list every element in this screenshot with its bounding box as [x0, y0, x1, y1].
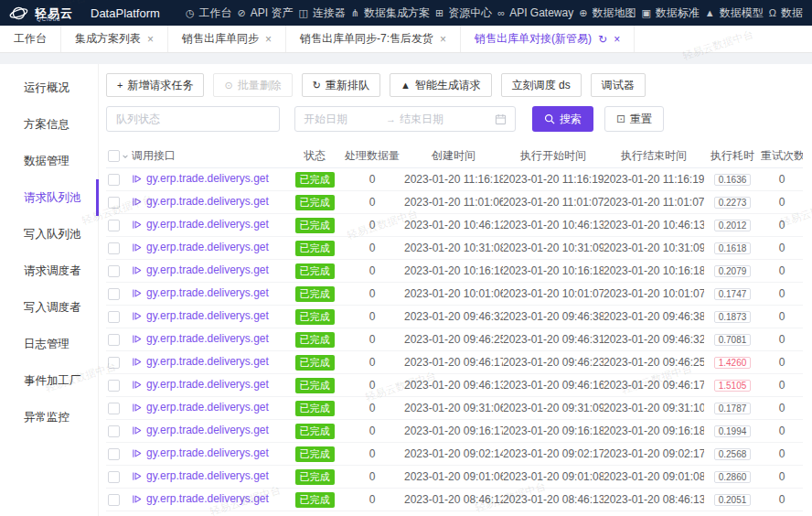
topnav-item-data-map[interactable]: ⊕数据地图: [579, 5, 636, 21]
sidebar-item-label: 运行概况: [24, 81, 69, 96]
table-row: gy.erp.trade.deliverys.get 已完成 0 2023-01…: [106, 351, 803, 374]
topnav-item-connector[interactable]: ◫连接器: [298, 5, 345, 21]
api-call-link[interactable]: gy.erp.trade.deliverys.get: [132, 469, 269, 482]
retry-count: 0: [761, 310, 803, 323]
topnav-item-gateway-link[interactable]: ∞API Gateway: [497, 6, 573, 19]
duration-tag: 0.1787: [714, 403, 752, 414]
topnav-item-label: 数据地图: [592, 5, 636, 21]
table-row: gy.erp.trade.deliverys.get 已完成 0 2023-01…: [106, 306, 803, 328]
row-checkbox[interactable]: [108, 265, 120, 277]
sidebar-item[interactable]: 请求调度者: [0, 253, 99, 289]
row-checkbox[interactable]: [108, 197, 120, 209]
api-call-link[interactable]: gy.erp.trade.deliverys.get: [132, 286, 269, 299]
button-label: 重新排队: [326, 78, 369, 93]
sidebar-item-label: 日志管理: [24, 337, 69, 352]
debugger-button[interactable]: 调试器: [591, 73, 646, 97]
add-request-task-button[interactable]: +新增请求任务: [106, 73, 204, 97]
batch-delete-button[interactable]: ⊙批量删除: [213, 73, 292, 97]
close-icon[interactable]: ×: [614, 33, 620, 46]
row-checkbox[interactable]: [108, 220, 120, 231]
row-checkbox[interactable]: [108, 174, 120, 186]
topnav-item-resource[interactable]: ⊞资源中心: [435, 5, 492, 21]
smart-generate-button[interactable]: ▲智能生成请求: [390, 73, 492, 97]
api-call-link[interactable]: gy.erp.trade.deliverys.get: [132, 241, 269, 253]
api-call-link[interactable]: gy.erp.trade.deliverys.get: [132, 492, 269, 505]
topnav-item-api-asset[interactable]: ⊘API 资产: [238, 5, 294, 21]
brand-product: DataPlatform: [91, 6, 160, 20]
data-model-icon: ▲: [705, 7, 715, 18]
api-call-link[interactable]: gy.erp.trade.deliverys.get: [132, 172, 269, 185]
created-time: 2023-01-20 09:46:32: [404, 310, 503, 323]
schedule-now-button[interactable]: 立刻调度 ds: [501, 73, 582, 97]
close-icon[interactable]: ×: [440, 33, 446, 46]
row-checkbox[interactable]: [108, 494, 120, 506]
row-checkbox[interactable]: [108, 403, 120, 414]
send-icon: [132, 174, 142, 184]
api-call-link[interactable]: gy.erp.trade.deliverys.get: [132, 195, 269, 208]
api-call-link[interactable]: gy.erp.trade.deliverys.get: [132, 378, 269, 391]
tab-item[interactable]: 销售出库单对接(新管易)↻×: [461, 26, 635, 52]
status-badge: 已完成: [295, 218, 335, 233]
topnav-item-clock[interactable]: ◷工作台: [186, 5, 232, 21]
tab-item[interactable]: 销售出库单同步×: [168, 26, 286, 52]
end-date-input[interactable]: [400, 113, 478, 125]
api-name: gy.erp.trade.deliverys.get: [146, 378, 269, 391]
col-retries-header: 重试次数: [761, 148, 803, 164]
sidebar-item[interactable]: 写入调度者: [0, 289, 99, 326]
exec-end-time: 2023-01-20 09:46:17: [604, 379, 704, 392]
sidebar-item[interactable]: 写入队列池: [0, 216, 99, 253]
select-all-checkbox[interactable]: [108, 150, 120, 162]
sidebar-item-label: 写入队列池: [24, 227, 81, 242]
date-range-picker[interactable]: →: [294, 106, 516, 132]
duration-tag: 0.1636: [714, 174, 752, 186]
exec-end-time: 2023-01-20 10:01:07: [604, 287, 704, 300]
api-call-link[interactable]: gy.erp.trade.deliverys.get: [132, 309, 269, 322]
search-button[interactable]: 搜索: [532, 106, 593, 132]
send-icon: [132, 334, 142, 344]
row-checkbox[interactable]: [108, 448, 120, 460]
api-call-link[interactable]: gy.erp.trade.deliverys.get: [132, 332, 269, 345]
duration-tag: 0.2568: [714, 448, 752, 460]
requeue-button[interactable]: ↻重新排队: [302, 73, 380, 97]
chevron-down-icon[interactable]: [122, 153, 129, 160]
duration-tag: 0.2860: [714, 471, 752, 483]
api-call-link[interactable]: gy.erp.trade.deliverys.get: [132, 446, 269, 459]
sidebar-item[interactable]: 异常监控: [0, 399, 99, 435]
start-date-input[interactable]: [304, 113, 382, 125]
topnav-item-data-standard[interactable]: ▣数据标准: [641, 5, 699, 21]
sidebar-item[interactable]: 方案信息: [0, 106, 99, 143]
reset-button[interactable]: ⊡ 重置: [604, 106, 664, 132]
row-checkbox[interactable]: [108, 357, 120, 369]
sidebar-item[interactable]: 运行概况: [0, 70, 99, 106]
retry-count: 0: [761, 264, 803, 277]
refresh-icon[interactable]: ↻: [598, 33, 607, 46]
api-call-link[interactable]: gy.erp.trade.deliverys.get: [132, 355, 269, 368]
topnav-item-integration[interactable]: ⋔数据集成方案: [351, 5, 430, 21]
api-call-link[interactable]: gy.erp.trade.deliverys.get: [132, 218, 269, 231]
tab-item[interactable]: 销售出库单同步-7:售后发货×: [286, 26, 461, 52]
sidebar-item[interactable]: 事件加工厂: [0, 362, 99, 399]
close-icon[interactable]: ×: [147, 33, 154, 46]
brand[interactable]: 轻易云 QCloud DataPlatform: [9, 4, 160, 23]
gateway-link-icon: ∞: [497, 7, 505, 18]
row-checkbox[interactable]: [108, 425, 120, 437]
row-checkbox[interactable]: [108, 380, 120, 392]
sidebar-item[interactable]: 日志管理: [0, 326, 99, 362]
row-checkbox[interactable]: [108, 311, 120, 323]
api-call-link[interactable]: gy.erp.trade.deliverys.get: [132, 263, 269, 276]
sidebar-item[interactable]: 数据管理: [0, 143, 99, 179]
api-call-link[interactable]: gy.erp.trade.deliverys.get: [132, 424, 269, 436]
row-checkbox[interactable]: [108, 471, 120, 483]
tab-item[interactable]: 工作台: [0, 26, 61, 52]
row-checkbox[interactable]: [108, 334, 120, 346]
queue-status-input[interactable]: [106, 106, 280, 132]
api-call-link[interactable]: gy.erp.trade.deliverys.get: [132, 401, 269, 414]
exec-start-time: 2023-01-20 09:31:09: [503, 402, 604, 414]
sidebar-item[interactable]: 请求队列池: [0, 179, 99, 216]
row-checkbox[interactable]: [108, 242, 120, 254]
topnav-item-data-model[interactable]: ▲数据模型: [705, 5, 764, 21]
close-icon[interactable]: ×: [265, 33, 272, 46]
tab-item[interactable]: 集成方案列表×: [61, 26, 168, 52]
row-checkbox[interactable]: [108, 288, 120, 300]
topnav-item-bell[interactable]: Ω数据: [769, 5, 803, 21]
